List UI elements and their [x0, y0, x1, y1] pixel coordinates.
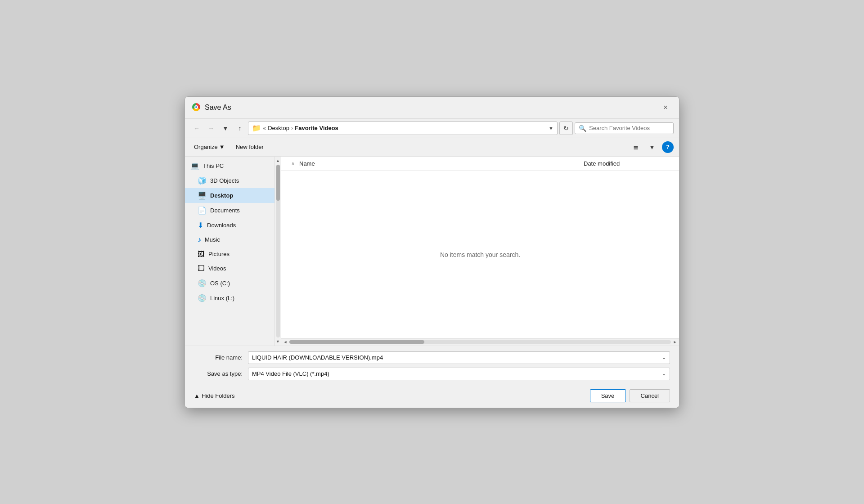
breadcrumb-favorite-videos[interactable]: Favorite Videos — [295, 125, 338, 131]
sidebar-item-linux-l[interactable]: 💿 Linux (L:) — [185, 291, 274, 306]
close-button[interactable]: × — [659, 101, 672, 114]
hide-folders-label: Hide Folders — [202, 392, 235, 399]
help-button[interactable]: ? — [662, 141, 674, 153]
filetype-row: Save as type: MP4 Video File (VLC) (*.mp… — [194, 368, 670, 380]
sidebar-item-desktop[interactable]: 🖥️ Desktop — [185, 188, 274, 203]
sidebar-item-music[interactable]: ♪ Music — [185, 233, 274, 247]
pictures-label: Pictures — [208, 251, 230, 257]
this-pc-icon: 💻 — [190, 162, 199, 170]
view-button[interactable]: ≣ — [630, 141, 642, 153]
downloads-icon: ⬇ — [198, 221, 203, 230]
sidebar-scroll-down[interactable]: ▼ — [275, 338, 281, 345]
col-date-header[interactable]: Date modified — [582, 158, 672, 170]
sidebar-scrollbar[interactable]: ▲ ▼ — [275, 157, 281, 346]
filetype-value: MP4 Video File (VLC) (*.mp4) — [252, 370, 662, 377]
sort-arrow: ∧ — [288, 161, 297, 166]
music-icon: ♪ — [198, 236, 201, 244]
action-row: ▲ Hide Folders Save Cancel — [194, 386, 670, 402]
action-buttons: Save Cancel — [590, 389, 670, 402]
title-bar: Save As × — [185, 97, 679, 119]
forward-button[interactable]: → — [205, 122, 217, 135]
documents-icon: 📄 — [198, 206, 207, 215]
hscroll-track — [289, 340, 671, 344]
col-name-header[interactable]: Name — [297, 158, 582, 170]
hscroll-right[interactable]: ► — [672, 339, 678, 345]
search-input[interactable] — [589, 125, 670, 131]
filename-label: File name: — [194, 354, 248, 361]
filename-value: LIQUID HAIR (DOWNLOADABLE VERSION).mp4 — [252, 354, 662, 361]
linux-l-icon: 💿 — [198, 294, 207, 302]
music-label: Music — [205, 236, 220, 243]
sidebar: 💻 This PC 🧊 3D Objects 🖥️ Desktop 📄 Docu… — [185, 157, 275, 346]
filetype-dropdown-icon: ⌄ — [662, 371, 666, 377]
videos-icon: 🎞 — [198, 265, 205, 273]
os-c-icon: 💿 — [198, 279, 207, 288]
bottom-form: File name: LIQUID HAIR (DOWNLOADABLE VER… — [185, 346, 679, 408]
sidebar-item-3d-objects[interactable]: 🧊 3D Objects — [185, 173, 274, 188]
new-folder-button[interactable]: New folder — [232, 142, 267, 152]
breadcrumb-separator: › — [291, 125, 293, 131]
search-box: 🔍 — [575, 122, 674, 134]
file-list-header: ∧ Name Date modified — [281, 157, 679, 171]
breadcrumb-prefix: « — [263, 125, 266, 131]
filename-input[interactable]: LIQUID HAIR (DOWNLOADABLE VERSION).mp4 ⌄ — [248, 351, 670, 364]
sidebar-scroll-thumb[interactable] — [276, 165, 280, 201]
folder-icon: 📁 — [252, 124, 261, 132]
filename-row: File name: LIQUID HAIR (DOWNLOADABLE VER… — [194, 351, 670, 364]
this-pc-label: This PC — [203, 162, 224, 169]
documents-label: Documents — [210, 207, 240, 214]
hscroll-thumb[interactable] — [289, 340, 424, 344]
recent-locations-button[interactable]: ▼ — [219, 122, 232, 135]
main-content: 💻 This PC 🧊 3D Objects 🖥️ Desktop 📄 Docu… — [185, 157, 679, 346]
search-icon: 🔍 — [579, 125, 586, 132]
desktop-icon: 🖥️ — [198, 191, 207, 200]
breadcrumb-dropdown-arrow[interactable]: ▼ — [549, 126, 554, 131]
toolbar: Organize ▼ New folder ≣ ▼ ? — [185, 138, 679, 157]
hide-folders-button[interactable]: ▲ Hide Folders — [194, 392, 235, 399]
hscroll-bar[interactable]: ◄ ► — [281, 338, 679, 346]
refresh-button[interactable]: ↻ — [559, 122, 573, 135]
cancel-button[interactable]: Cancel — [630, 389, 670, 402]
save-as-dialog: Save As × ← → ▼ ↑ 📁 « Desktop › Favorite… — [184, 96, 680, 408]
3d-objects-label: 3D Objects — [210, 177, 239, 184]
organize-label: Organize — [194, 144, 218, 150]
sidebar-item-videos[interactable]: 🎞 Videos — [185, 261, 274, 276]
breadcrumb-desktop[interactable]: Desktop — [268, 125, 289, 131]
hscroll-left[interactable]: ◄ — [282, 339, 288, 345]
filetype-input[interactable]: MP4 Video File (VLC) (*.mp4) ⌄ — [248, 368, 670, 380]
sidebar-item-downloads[interactable]: ⬇ Downloads — [185, 218, 274, 233]
3d-objects-icon: 🧊 — [198, 176, 207, 185]
pictures-icon: 🖼 — [198, 250, 205, 258]
filename-dropdown-icon: ⌄ — [662, 355, 666, 360]
linux-l-label: Linux (L:) — [210, 295, 234, 302]
sidebar-item-this-pc[interactable]: 💻 This PC — [185, 158, 274, 173]
back-button[interactable]: ← — [190, 122, 203, 135]
file-list: ∧ Name Date modified No items match your… — [281, 157, 679, 346]
videos-label: Videos — [208, 265, 226, 272]
filetype-label: Save as type: — [194, 370, 248, 377]
dialog-title: Save As — [205, 104, 656, 112]
chrome-icon — [192, 103, 201, 112]
up-button[interactable]: ↑ — [234, 122, 246, 135]
file-list-empty: No items match your search. — [281, 171, 679, 338]
desktop-label: Desktop — [210, 192, 233, 199]
organize-dropdown-icon: ▼ — [219, 144, 225, 150]
sidebar-item-os-c[interactable]: 💿 OS (C:) — [185, 276, 274, 291]
os-c-label: OS (C:) — [210, 280, 230, 287]
nav-bar: ← → ▼ ↑ 📁 « Desktop › Favorite Videos ▼ … — [185, 119, 679, 138]
new-folder-label: New folder — [236, 144, 264, 150]
hide-folders-arrow: ▲ — [194, 392, 200, 399]
save-button[interactable]: Save — [590, 389, 626, 402]
sidebar-item-documents[interactable]: 📄 Documents — [185, 203, 274, 218]
downloads-label: Downloads — [207, 222, 236, 229]
organize-button[interactable]: Organize ▼ — [190, 142, 229, 152]
sidebar-scroll-track — [276, 165, 280, 338]
view-dropdown-button[interactable]: ▼ — [646, 141, 658, 153]
sidebar-item-pictures[interactable]: 🖼 Pictures — [185, 247, 274, 261]
sidebar-scroll-up[interactable]: ▲ — [275, 158, 281, 164]
breadcrumb-bar[interactable]: 📁 « Desktop › Favorite Videos ▼ — [248, 122, 558, 135]
